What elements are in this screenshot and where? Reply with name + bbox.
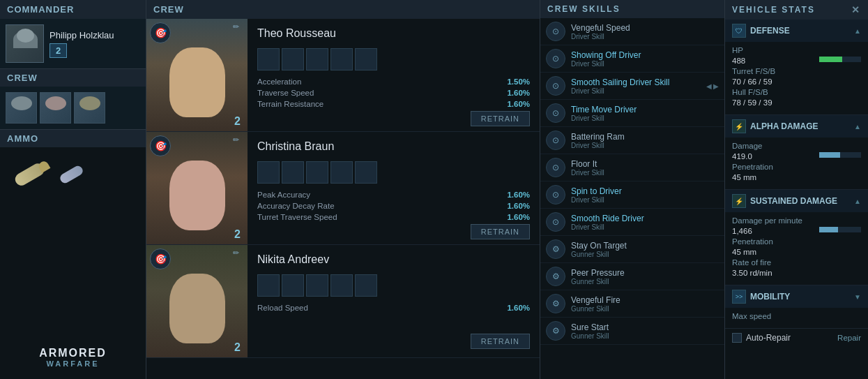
slot-1-0[interactable] <box>257 161 280 184</box>
stat-value-0-1: 1.60% <box>507 89 530 97</box>
skills-label: CREW SKILLS <box>547 4 620 14</box>
alpha-header[interactable]: ⚡ Alpha Damage ▲ <box>725 115 868 138</box>
sustained-header[interactable]: ⚡ Sustained Damage ▲ <box>725 190 868 212</box>
portrait-1[interactable]: 🎯 ✏ 2 <box>146 132 248 244</box>
edit-icon-0[interactable]: ✏ <box>233 22 244 34</box>
commander-name: Philipp Holzklau <box>50 30 114 40</box>
turret-label: Turret F/S/B <box>732 67 775 75</box>
skill-name-4: Battering Ram <box>571 132 719 142</box>
skill-item-6[interactable]: ⊙ Spin to Driver Driver Skill <box>540 181 724 209</box>
edit-icon-1[interactable]: ✏ <box>233 135 244 147</box>
skill-item-8[interactable]: ⚙ Stay On Target Gunner Skill <box>540 236 724 263</box>
crew-info-2: Nikita Andreev Reload Speed 1.60% RETRAI… <box>248 245 540 357</box>
slot-0-1[interactable] <box>282 48 304 70</box>
arrow-left-2[interactable]: ◀ <box>706 82 712 90</box>
slot-2-4[interactable] <box>355 274 377 297</box>
skill-sub-9: Gunner Skill <box>571 278 719 285</box>
middle-panel: Crew 🎯 ✏ 2 Theo Rousseau Acceleration 1.… <box>146 0 540 379</box>
mobility-header[interactable]: >> Mobility ▼ <box>725 285 868 308</box>
crew-thumb-1[interactable] <box>40 92 71 124</box>
auto-repair-label: Auto-Repair <box>746 333 791 343</box>
stats-header: VEHICLE STATS ✕ <box>725 0 868 20</box>
commander-info: Philipp Holzklau 2 <box>0 19 146 68</box>
rof-value-row: 3.50 rd/min <box>732 269 861 277</box>
slot-0-0[interactable] <box>257 48 280 70</box>
skill-text-3: Time Move Driver Driver Skill <box>571 105 719 122</box>
close-button[interactable]: ✕ <box>851 4 861 15</box>
crew-member-2: 🎯 ✏ 2 Nikita Andreev Reload Speed 1.60% … <box>146 245 540 358</box>
sustained-rows: Damage per minute 1,466 Penetration 45 m… <box>725 212 868 285</box>
skill-item-11[interactable]: ⚙ Sure Start Gunner Skill <box>540 318 724 345</box>
skill-icon-9: ⚙ <box>546 267 565 286</box>
slot-2-2[interactable] <box>306 274 328 297</box>
skill-sub-3: Driver Skill <box>571 114 719 122</box>
commander-label: Commander <box>7 4 74 15</box>
skill-text-0: Vengeful Speed Driver Skill <box>571 23 719 40</box>
slot-2-3[interactable] <box>330 274 353 297</box>
slot-2-1[interactable] <box>282 274 304 297</box>
retrain-btn-0[interactable]: RETRAIN <box>471 111 530 126</box>
skill-item-9[interactable]: ⚙ Peer Pressure Gunner Skill <box>540 263 724 290</box>
portrait-2[interactable]: 🎯 ✏ 2 <box>146 245 248 357</box>
slot-1-2[interactable] <box>306 161 328 184</box>
damage-bar-fill <box>819 152 840 158</box>
crew-thumbnails <box>0 87 146 129</box>
skills-panel: CREW SKILLS ⊙ Vengeful Speed Driver Skil… <box>540 0 725 379</box>
edit-icon-2[interactable]: ✏ <box>233 248 244 260</box>
auto-repair-row: Auto-Repair Repair <box>725 329 868 347</box>
sustained-icon: ⚡ <box>732 194 746 208</box>
crew-slots-1 <box>257 161 530 184</box>
skill-icon-8: ⚙ <box>546 239 565 259</box>
skill-name-2: Smooth Sailing Driver Skill <box>571 77 701 87</box>
skill-item-1[interactable]: ⊙ Showing Off Driver Driver Skill <box>540 45 724 73</box>
skill-text-6: Spin to Driver Driver Skill <box>571 186 719 204</box>
ammo-icon-large[interactable] <box>13 161 47 188</box>
skill-sub-5: Driver Skill <box>571 169 719 177</box>
retrain-btn-1[interactable]: RETRAIN <box>471 224 530 239</box>
skill-item-2[interactable]: ⊙ Smooth Sailing Driver Skill Driver Ski… <box>540 73 724 100</box>
slot-0-2[interactable] <box>306 48 328 70</box>
crew-member-1: 🎯 ✏ 2 Christina Braun Peak Accuracy 1.60… <box>146 132 540 245</box>
stat-label-1-0: Peak Accuracy <box>257 191 310 199</box>
stat-value-1-0: 1.60% <box>507 191 530 199</box>
skill-text-11: Sure Start Gunner Skill <box>571 322 719 340</box>
hp-label: HP <box>732 46 743 54</box>
slot-0-3[interactable] <box>330 48 353 70</box>
skill-icon-6: ⊙ <box>546 185 565 205</box>
role-icon-2: 🎯 <box>150 248 171 269</box>
skill-item-7[interactable]: ⊙ Smooth Ride Driver Driver Skill <box>540 209 724 236</box>
stat-label-1-2: Turret Traverse Speed <box>257 213 337 221</box>
skill-item-10[interactable]: ⚙ Vengeful Fire Gunner Skill <box>540 290 724 318</box>
arrow-right-2[interactable]: ▶ <box>713 82 719 90</box>
sustained-title: Sustained Damage <box>750 196 837 206</box>
hull-value: 78 / 59 / 39 <box>732 98 772 107</box>
skill-name-10: Vengeful Fire <box>571 295 719 305</box>
retrain-btn-2[interactable]: RETRAIN <box>471 334 530 349</box>
skill-icon-11: ⚙ <box>546 321 565 341</box>
skill-item-4[interactable]: ⊙ Battering Ram Driver Skill <box>540 127 724 154</box>
ammo-icons <box>0 147 146 202</box>
auto-repair-checkbox[interactable] <box>732 333 742 343</box>
slot-2-0[interactable] <box>257 274 280 297</box>
slot-1-3[interactable] <box>330 161 353 184</box>
stat-value-2-0: 1.60% <box>507 304 530 312</box>
stat-section-defense: 🛡 Defense ▲ HP 488 Turret F/S/B <box>725 20 868 115</box>
skills-list[interactable]: ⊙ Vengeful Speed Driver Skill ⊙ Showing … <box>540 18 724 379</box>
skill-sub-8: Gunner Skill <box>571 251 719 258</box>
repair-button[interactable]: Repair <box>837 334 861 342</box>
skill-item-3[interactable]: ⊙ Time Move Driver Driver Skill <box>540 100 724 127</box>
slot-1-1[interactable] <box>282 161 304 184</box>
defense-chevron: ▲ <box>854 27 861 35</box>
slot-0-4[interactable] <box>355 48 377 70</box>
crew-thumb-0[interactable] <box>6 92 37 124</box>
crew-thumb-2[interactable] <box>74 92 105 124</box>
portrait-0[interactable]: 🎯 ✏ 2 <box>146 19 248 131</box>
skill-item-5[interactable]: ⊙ Floor It Driver Skill <box>540 154 724 181</box>
ammo-label: Ammo <box>7 133 38 144</box>
slot-1-4[interactable] <box>355 161 377 184</box>
crew-slots-0 <box>257 48 530 70</box>
skill-item-0[interactable]: ⊙ Vengeful Speed Driver Skill <box>540 18 724 45</box>
ammo-icon-small[interactable] <box>59 164 84 185</box>
defense-header[interactable]: 🛡 Defense ▲ <box>725 20 868 42</box>
crew-section-header-left: Crew <box>0 68 146 87</box>
